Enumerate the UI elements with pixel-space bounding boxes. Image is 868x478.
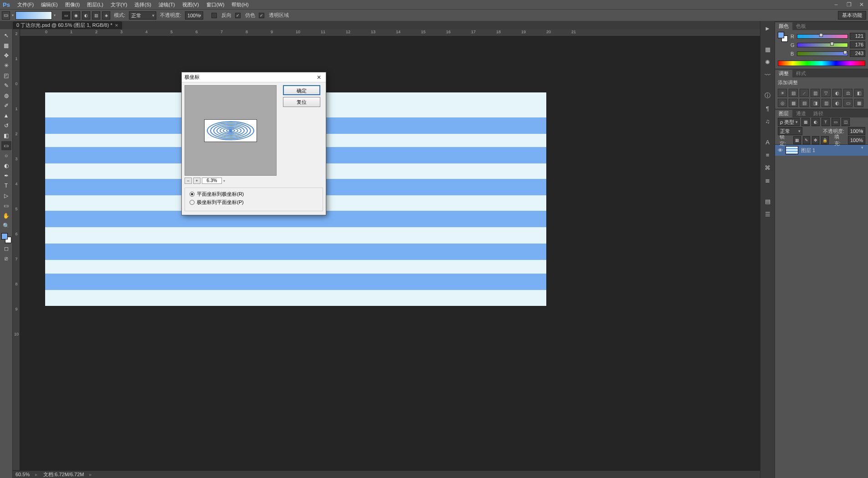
adj-posterize-icon[interactable]: ▥: [822, 99, 831, 107]
menu-type[interactable]: 文字(Y): [107, 0, 131, 9]
opacity-field[interactable]: 100%: [185, 11, 203, 20]
filter-pixel-icon[interactable]: ▦: [801, 118, 810, 126]
gradient-radial-icon[interactable]: ◉: [72, 11, 80, 20]
side-panel-icon[interactable]: ►: [762, 23, 773, 33]
filter-shape-icon[interactable]: ▭: [832, 118, 840, 126]
side-panel-icon[interactable]: ☰: [762, 209, 773, 219]
history-brush-tool[interactable]: ↺: [1, 121, 11, 130]
lock-pixels-icon[interactable]: ✎: [803, 136, 810, 144]
zoom-tool[interactable]: 🔍: [1, 221, 11, 230]
layer-row[interactable]: 👁 图层 1: [775, 145, 868, 156]
adj-photo-filter-icon[interactable]: ◎: [778, 99, 787, 107]
side-panel-icon[interactable]: A: [762, 137, 773, 147]
reverse-checkbox[interactable]: [211, 13, 217, 18]
quick-mask-icon[interactable]: ◻: [1, 244, 11, 253]
filter-smart-icon[interactable]: ◫: [842, 118, 850, 126]
close-tab-icon[interactable]: ✕: [115, 23, 118, 28]
adj-selective-icon[interactable]: ▦: [854, 99, 863, 107]
tab-styles[interactable]: 样式: [792, 70, 810, 77]
screen-mode-icon[interactable]: ⎚: [1, 254, 11, 263]
hue-ramp[interactable]: [778, 61, 865, 66]
canvas-area[interactable]: [20, 36, 868, 470]
lock-transparent-icon[interactable]: ▦: [793, 136, 801, 144]
zoom-in-button[interactable]: +: [193, 178, 200, 184]
side-panel-icon[interactable]: ≣: [762, 175, 773, 185]
adj-levels-icon[interactable]: ▤: [789, 89, 798, 97]
move-tool[interactable]: ↖: [1, 31, 11, 40]
dialog-close-icon[interactable]: ✕: [315, 74, 323, 81]
adj-invert-icon[interactable]: ◨: [811, 99, 820, 107]
eraser-tool[interactable]: ◧: [1, 131, 11, 140]
lock-position-icon[interactable]: ✥: [812, 136, 819, 144]
crop-tool[interactable]: ◰: [1, 71, 11, 80]
r-slider[interactable]: [797, 34, 848, 39]
rectangle-tool[interactable]: ▭: [1, 201, 11, 210]
gradient-angle-icon[interactable]: ◐: [82, 11, 90, 20]
transparency-checkbox[interactable]: ✓: [259, 13, 264, 18]
menu-view[interactable]: 视图(V): [179, 0, 203, 9]
menu-filter[interactable]: 滤镜(T): [155, 0, 179, 9]
panel-fgbg-swatch[interactable]: [778, 32, 788, 42]
zoom-value[interactable]: 6.3%: [202, 178, 222, 184]
zoom-level[interactable]: 60.5%: [15, 472, 30, 477]
adj-threshold-icon[interactable]: ◐: [832, 99, 842, 107]
foreground-background-swatch[interactable]: [1, 233, 11, 243]
healing-brush-tool[interactable]: ◍: [1, 91, 11, 100]
dialog-titlebar[interactable]: 极坐标 ✕: [182, 72, 326, 82]
side-panel-icon[interactable]: ▤: [762, 196, 773, 206]
gradient-reflected-icon[interactable]: ▥: [92, 11, 100, 20]
polar-to-rect-option[interactable]: 极坐标到平面坐标(P): [190, 198, 318, 206]
b-slider[interactable]: [797, 51, 848, 56]
menu-window[interactable]: 窗口(W): [203, 0, 228, 9]
side-panel-icon[interactable]: ♫: [762, 116, 773, 126]
visibility-eye-icon[interactable]: 👁: [778, 147, 783, 153]
layer-filter-kind[interactable]: ρ 类型: [778, 118, 800, 126]
adj-bw-icon[interactable]: ◧: [854, 89, 863, 97]
reset-button[interactable]: 复位: [283, 97, 320, 107]
zoom-out-button[interactable]: –: [185, 178, 192, 184]
dodge-tool[interactable]: ◐: [1, 161, 11, 170]
side-panel-icon[interactable]: ⓘ: [762, 91, 773, 101]
fill-field[interactable]: 100%: [848, 136, 865, 144]
adj-mixer-icon[interactable]: ▦: [789, 99, 798, 107]
menu-layer[interactable]: 图层(L): [83, 0, 107, 9]
g-value[interactable]: 176: [850, 41, 865, 48]
minimize-button[interactable]: –: [830, 0, 842, 9]
r-value[interactable]: 121: [850, 33, 865, 40]
side-panel-icon[interactable]: ¶: [762, 103, 773, 113]
rect-to-polar-option[interactable]: 平面坐标到极坐标(R): [190, 190, 318, 198]
brush-tool[interactable]: ✐: [1, 101, 11, 110]
menu-help[interactable]: 帮助(H): [228, 0, 252, 9]
tab-adjustments[interactable]: 调整: [775, 70, 792, 77]
menu-select[interactable]: 选择(S): [131, 0, 155, 9]
adj-brightness-icon[interactable]: ☀: [778, 89, 787, 97]
type-tool[interactable]: T: [1, 181, 11, 190]
marquee-tool[interactable]: ▦: [1, 41, 11, 50]
adj-vibrance-icon[interactable]: ▽: [822, 89, 831, 97]
gradient-diamond-icon[interactable]: ◈: [102, 11, 110, 20]
blur-tool[interactable]: ○: [1, 151, 11, 160]
filter-adjust-icon[interactable]: ◐: [812, 118, 820, 126]
foreground-color-icon[interactable]: [1, 233, 8, 239]
lasso-tool[interactable]: ✥: [1, 51, 11, 60]
filter-type-icon[interactable]: T: [822, 118, 830, 126]
clone-stamp-tool[interactable]: ▲: [1, 111, 11, 120]
magic-wand-tool[interactable]: ✳: [1, 61, 11, 70]
hand-tool[interactable]: ✋: [1, 211, 11, 220]
pen-tool[interactable]: ✒: [1, 171, 11, 180]
layer-name[interactable]: 图层 1: [801, 147, 815, 154]
path-selection-tool[interactable]: ▷: [1, 191, 11, 200]
layer-blend-dropdown[interactable]: 正常: [778, 127, 802, 135]
gradient-preset-picker[interactable]: [15, 11, 52, 20]
document-tab[interactable]: 0 丁达尔光.psd @ 60.5% (图层 1, RGB/8) * ✕: [13, 21, 122, 29]
adj-gradient-map-icon[interactable]: ▭: [843, 99, 853, 107]
close-button[interactable]: ✕: [855, 0, 868, 9]
g-slider[interactable]: [797, 43, 848, 47]
side-panel-icon[interactable]: ≡: [762, 150, 773, 160]
menu-edit[interactable]: 编辑(E): [37, 0, 62, 9]
eyedropper-tool[interactable]: ✎: [1, 81, 11, 90]
side-panel-icon[interactable]: ✺: [762, 57, 773, 67]
gradient-tool[interactable]: ▭: [1, 141, 11, 150]
adj-exposure-icon[interactable]: ▥: [811, 89, 820, 97]
layer-opacity-field[interactable]: 100%: [848, 127, 865, 135]
